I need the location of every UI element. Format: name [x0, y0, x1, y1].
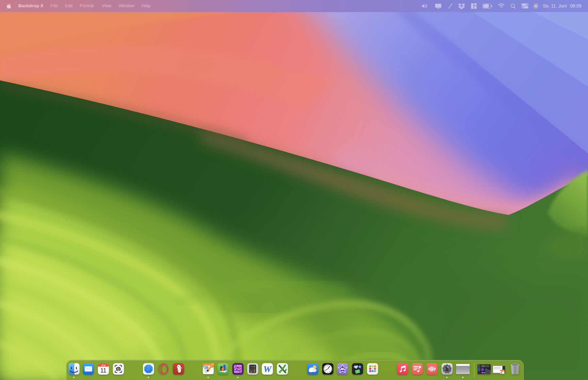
svg-text:10: 10 [323, 367, 325, 368]
svg-text:5: 5 [329, 371, 330, 373]
svg-text:12: 12 [327, 365, 329, 366]
svg-text:6: 6 [327, 372, 328, 373]
svg-text:4: 4 [331, 370, 332, 372]
svg-text:W: W [263, 364, 272, 374]
svg-text:7: 7 [325, 371, 326, 373]
svg-text:JUN: JUN [101, 364, 106, 366]
svg-text:11: 11 [100, 367, 106, 374]
svg-text:0: 0 [254, 366, 255, 368]
svg-text:9: 9 [323, 368, 324, 370]
svg-text:8: 8 [324, 370, 325, 372]
svg-text:11: 11 [325, 365, 326, 367]
